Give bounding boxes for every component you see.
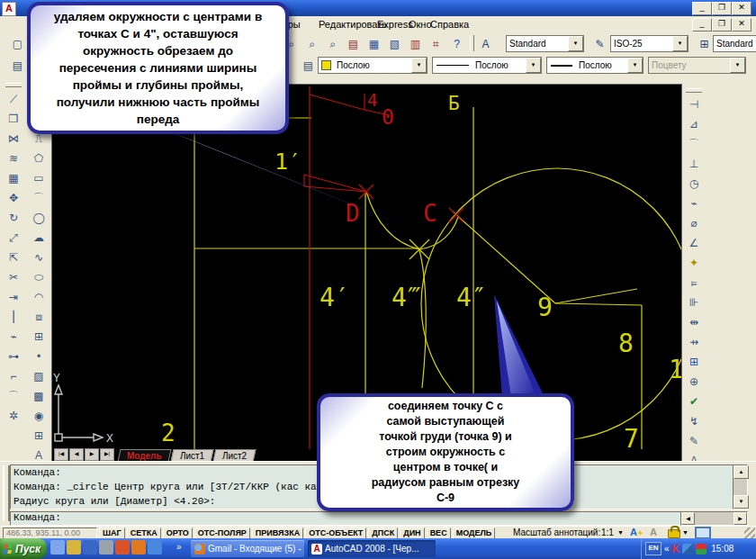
dim-arc-length-icon[interactable]: ⌒ [685,135,704,154]
dim-diameter-icon[interactable]: ⌀ [685,214,704,233]
fillet-icon[interactable]: ⌒ [4,387,23,406]
task-gmail[interactable]: Gmail - Входящие (5) - ... [191,540,304,557]
ellipse-icon[interactable]: ⬭ [30,268,49,287]
dim-linear-icon[interactable]: ⊣ [685,95,704,114]
help-icon[interactable]: ? [447,34,466,53]
arc-icon[interactable]: ⌒ [30,189,49,208]
stretch-icon[interactable]: ⇱ [4,248,23,267]
minimize-button[interactable]: _ [692,2,712,15]
chevron-down-icon[interactable]: ▼ [526,58,541,73]
offset-icon[interactable]: ≋ [4,149,23,168]
start-button[interactable]: Пуск [0,538,47,559]
scroll-left-icon[interactable]: ◀ [681,512,695,525]
scale-icon[interactable]: ⤢ [4,229,23,248]
chevron-down-icon[interactable]: ▼ [617,529,624,536]
toolbar-grip[interactable] [470,35,474,51]
dim-jogged-icon[interactable]: ⌁ [685,194,704,213]
erase-icon[interactable]: ⟋ [4,90,23,109]
tray-chevron[interactable]: « [664,544,670,554]
dim-quick-icon[interactable]: ✦ [685,254,704,273]
chamfer-icon[interactable]: ⌐ [4,367,23,386]
zoom-window-icon[interactable]: ⌕ [302,34,321,53]
make-block-icon[interactable]: ⊞ [30,328,49,347]
dim-inspect-icon[interactable]: ✔ [685,392,704,411]
join-icon[interactable]: ⊶ [4,347,23,366]
command-vscrollbar[interactable]: ▲ ▼ [733,464,748,509]
tray-agent-icon[interactable] [696,544,706,554]
circle-icon[interactable]: ◯ [30,209,49,228]
command-window-grip[interactable] [3,465,10,521]
table-style-combo[interactable]: Standard [713,35,756,52]
menu-item[interactable]: Справка [427,18,472,32]
clean-screen-icon[interactable] [695,527,711,539]
scroll-up-icon[interactable]: ▲ [734,465,749,479]
text-style-icon[interactable]: A [476,34,495,53]
chevron-down-icon[interactable]: ▼ [672,36,688,51]
dim-break-icon[interactable]: ⇸ [685,333,704,352]
dim-tolerance-icon[interactable]: ⊞ [685,353,704,372]
revcloud-icon[interactable]: ☁ [30,229,49,248]
copy-icon[interactable]: ❐ [4,110,23,129]
layer-properties-icon[interactable]: ▤ [344,34,363,53]
notes-icon[interactable] [67,540,81,554]
opera-icon[interactable] [115,540,130,554]
layers-icon[interactable]: ▤ [8,56,27,75]
close-button[interactable]: ✕ [732,2,752,15]
properties-palette-icon[interactable]: ▦ [364,34,383,53]
dim-edit-icon[interactable]: ✎ [685,432,704,451]
explode-icon[interactable]: ✲ [4,407,23,426]
tab-layout2[interactable]: Лист2 [213,449,256,462]
tab-nav-first[interactable]: |◀ [54,448,68,461]
lineweight-combo[interactable]: Послою ▼ [546,57,644,74]
maximize-button[interactable]: ❐ [712,2,732,15]
move-icon[interactable]: ✥ [4,189,23,208]
task-autocad[interactable]: A AutoCAD 2008 - [Чер... [308,540,436,557]
tab-nav-last[interactable]: ▶| [100,448,114,461]
rectangle-icon[interactable]: ▭ [30,169,49,188]
gradient-icon[interactable]: ▩ [30,387,49,406]
dim-continue-icon[interactable]: ⊪ [685,293,704,312]
quickcalc-icon[interactable]: ⌗ [427,34,446,53]
spline-icon[interactable]: ∿ [30,248,49,267]
tray-network-icon[interactable] [682,544,693,554]
make-object-layer-current-icon[interactable]: ▤ [299,56,318,75]
scroll-right-icon[interactable]: ▶ [734,512,747,525]
point-icon[interactable]: • [30,347,49,366]
insert-block-icon[interactable]: ⧈ [30,308,49,327]
table-icon[interactable]: ⊞ [30,427,49,446]
break-at-point-icon[interactable]: ⎮ [4,308,23,327]
globe-icon[interactable] [99,540,113,554]
lock-icon[interactable] [668,529,680,538]
mdi-minimize-button[interactable]: _ [692,18,712,32]
command-hscrollbar[interactable]: ◀ ▶ [680,511,748,526]
annotation-visibility-icon[interactable]: A✦ [630,527,644,537]
media-player-icon[interactable] [148,540,162,554]
dim-space-icon[interactable]: ⇹ [685,313,704,332]
array-icon[interactable]: ▦ [4,169,23,188]
mdi-restore-button[interactable]: ❐ [712,18,732,32]
dim-center-mark-icon[interactable]: ⊕ [685,373,704,392]
outlook-express-icon[interactable] [50,540,65,554]
extend-icon[interactable]: ⇥ [4,288,23,307]
mdi-close-button[interactable]: ✕ [732,18,752,32]
scroll-down-icon[interactable]: ▼ [734,495,749,509]
chevron-down-icon[interactable]: ▼ [568,36,583,51]
tab-model[interactable]: Модель [118,449,172,462]
dim-angular-icon[interactable]: ∠ [685,234,704,253]
toolbar-grip[interactable] [686,88,702,93]
toolbar-grip[interactable] [5,83,22,87]
resize-grip[interactable] [744,527,755,538]
table-style-icon[interactable]: ⊞ [695,34,714,53]
dim-style-icon[interactable]: ✎ [590,34,609,53]
sheet-set-manager-icon[interactable]: ▧ [385,34,404,53]
firefox-icon[interactable] [131,540,146,554]
trim-icon[interactable]: ✂ [4,268,23,287]
chevron-down-icon[interactable]: ▼ [411,58,427,73]
chevron-down-icon[interactable]: ▼ [627,58,643,73]
color-combo[interactable]: Послою ▼ [318,57,428,74]
dim-baseline-icon[interactable]: ⫢ [685,274,704,293]
ellipse-arc-icon[interactable]: ◠ [30,288,49,307]
markup-set-manager-icon[interactable]: ▥ [406,34,425,53]
break-icon[interactable]: ⌁ [4,328,23,347]
polygon-icon[interactable]: ⬠ [30,149,49,168]
